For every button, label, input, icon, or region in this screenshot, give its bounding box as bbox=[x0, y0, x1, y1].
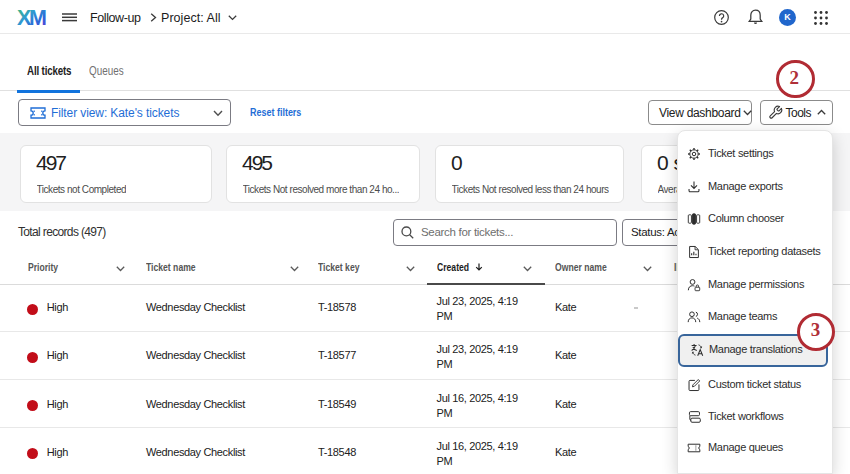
svg-text:XM: XM bbox=[17, 8, 47, 28]
